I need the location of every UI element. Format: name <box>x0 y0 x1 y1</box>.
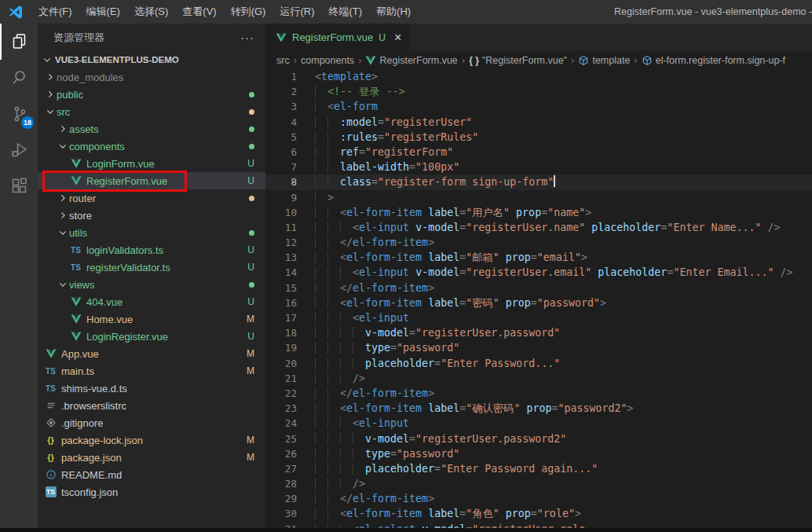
line-number[interactable]: 27 <box>265 461 297 476</box>
code-line-17[interactable]: 17 <el-input <box>265 310 812 325</box>
tree-item-gitignore[interactable]: .gitignore <box>38 414 265 431</box>
code-line-30[interactable]: 30 <el-form-item label="角色" prop="role"> <box>265 506 812 521</box>
line-number[interactable]: 26 <box>265 446 297 461</box>
line-number[interactable]: 28 <box>265 476 297 491</box>
line-number[interactable]: 5 <box>265 130 297 145</box>
tree-item-loginvalidators-ts[interactable]: TSloginValidators.tsU <box>38 241 265 259</box>
code-line-24[interactable]: 24 <el-input <box>265 416 812 431</box>
code-line-11[interactable]: 11 <el-input v-model="registerUser.name"… <box>265 220 812 235</box>
tree-item-loginregister-vue[interactable]: LoginRegister.vueU <box>38 328 265 345</box>
tree-item-store[interactable]: store <box>38 207 265 224</box>
code-line-10[interactable]: 10 <el-form-item label="用户名" prop="name"… <box>265 205 812 220</box>
line-number[interactable]: 7 <box>265 160 297 174</box>
menu-item-[interactable]: 转到(G) <box>224 0 273 24</box>
code-line-25[interactable]: 25 v-model="registerUser.password2" <box>265 431 812 446</box>
tree-item-package-lock-json[interactable]: {}package-lock.jsonM <box>38 431 265 449</box>
line-number[interactable]: 2 <box>265 84 297 99</box>
tree-item-assets[interactable]: assets <box>38 120 265 138</box>
line-number[interactable]: 12 <box>265 235 297 250</box>
workspace-section-header[interactable]: VUE3-ELEMENTPLUS-DEMO <box>38 51 265 68</box>
line-number[interactable]: 23 <box>265 401 297 416</box>
line-number[interactable]: 14 <box>265 265 297 280</box>
menu-item-[interactable]: 查看(V) <box>175 0 223 24</box>
line-number[interactable]: 24 <box>265 416 297 431</box>
tab-registerform-vue[interactable]: RegisterForm.vue U × <box>265 24 410 51</box>
code-line-4[interactable]: 4 :model="registerUser" <box>265 115 812 130</box>
code-line-6[interactable]: 6 ref="registerForm" <box>265 145 812 160</box>
explorer-icon[interactable] <box>0 24 38 60</box>
run-debug-icon[interactable] <box>0 132 38 168</box>
breadcrumb-template[interactable]: template <box>578 55 630 66</box>
tree-item-home-vue[interactable]: Home.vueM <box>38 310 265 328</box>
code-line-13[interactable]: 13 <el-form-item label="邮箱" prop="email"… <box>265 250 812 265</box>
tree-item-shims-vue-d-ts[interactable]: TSshims-vue.d.ts <box>38 380 265 397</box>
tree-item-node-modules[interactable]: node_modules <box>38 68 265 86</box>
menu-item-[interactable]: 终端(T) <box>321 0 369 24</box>
tree-item-router[interactable]: router <box>38 189 265 207</box>
menu-item-[interactable]: 选择(S) <box>127 0 175 24</box>
extensions-icon[interactable] <box>0 168 38 204</box>
code-line-19[interactable]: 19 type="password" <box>265 340 812 355</box>
tree-item-public[interactable]: public <box>38 86 265 103</box>
tree-item-src[interactable]: src <box>38 103 265 120</box>
line-number[interactable]: 13 <box>265 250 297 265</box>
line-number[interactable]: 8 <box>265 174 297 189</box>
tree-item-components[interactable]: components <box>38 138 265 155</box>
code-line-7[interactable]: 7 label-width="100px" <box>265 160 812 174</box>
tree-item-tsconfig-json[interactable]: TStsconfig.json <box>38 483 265 501</box>
line-number[interactable]: 22 <box>265 386 297 401</box>
code-line-29[interactable]: 29 </el-form-item> <box>265 491 812 506</box>
line-number[interactable]: 3 <box>265 99 297 114</box>
line-number[interactable]: 11 <box>265 220 297 235</box>
menu-item-[interactable]: 文件(F) <box>31 0 79 24</box>
line-number[interactable]: 6 <box>265 145 297 160</box>
code-line-28[interactable]: 28 /> <box>265 476 812 491</box>
line-number[interactable]: 25 <box>265 431 297 446</box>
line-number[interactable]: 21 <box>265 371 297 386</box>
breadcrumb-src[interactable]: src <box>276 55 290 66</box>
tree-item-loginform-vue[interactable]: LoginForm.vueU <box>38 155 265 172</box>
close-tab-button[interactable]: × <box>394 31 401 44</box>
breadcrumb-components[interactable]: components <box>301 55 354 66</box>
code-line-2[interactable]: 2 <!-- 登录 --> <box>265 84 812 99</box>
code-line-26[interactable]: 26 type="password" <box>265 446 812 461</box>
line-number[interactable]: 20 <box>265 356 297 371</box>
line-number[interactable]: 16 <box>265 295 297 310</box>
code-line-12[interactable]: 12 </el-form-item> <box>265 235 812 250</box>
code-line-18[interactable]: 18 v-model="registerUser.password" <box>265 325 812 340</box>
breadcrumb-el-form-register-form-sign-up-f[interactable]: el-form.register-form.sign-up-f <box>642 55 785 66</box>
source-control-icon[interactable]: 18 <box>0 96 38 132</box>
line-number[interactable]: 17 <box>265 310 297 325</box>
line-number[interactable]: 18 <box>265 325 297 340</box>
tree-item-app-vue[interactable]: App.vueM <box>38 345 265 362</box>
breadcrumb-registerform-vue[interactable]: RegisterForm.vue <box>365 55 457 66</box>
code-line-23[interactable]: 23 <el-form-item label="确认密码" prop="pass… <box>265 401 812 416</box>
code-line-9[interactable]: 9 > <box>265 190 812 205</box>
code-line-1[interactable]: 1<template> <box>265 69 812 84</box>
tree-item-browserslistrc[interactable]: .browserslistrc <box>38 397 265 414</box>
line-number[interactable]: 9 <box>265 190 297 205</box>
line-number[interactable]: 19 <box>265 340 297 355</box>
code-line-3[interactable]: 3 <el-form <box>265 99 812 114</box>
menu-item-[interactable]: 帮助(H) <box>369 0 418 24</box>
code-line-14[interactable]: 14 <el-input v-model="registerUser.email… <box>265 265 812 280</box>
line-number[interactable]: 4 <box>265 115 297 130</box>
line-number[interactable]: 15 <box>265 281 297 295</box>
line-number[interactable]: 1 <box>265 69 297 84</box>
code-line-27[interactable]: 27 placeholder="Enter Password again..." <box>265 461 812 476</box>
code-line-16[interactable]: 16 <el-form-item label="密码" prop="passwo… <box>265 295 812 310</box>
tree-item-registerform-vue[interactable]: RegisterForm.vueU <box>38 172 265 189</box>
tree-item-utils[interactable]: utils <box>38 224 265 241</box>
code-line-21[interactable]: 21 /> <box>265 371 812 386</box>
code-line-20[interactable]: 20 placeholder="Enter Password..." <box>265 356 812 371</box>
search-icon[interactable] <box>0 60 38 96</box>
code-line-15[interactable]: 15 </el-form-item> <box>265 281 812 295</box>
menu-item-[interactable]: 运行(R) <box>272 0 321 24</box>
menu-item-[interactable]: 编辑(E) <box>79 0 127 24</box>
tree-item-readme-md[interactable]: README.md <box>38 466 265 483</box>
code-line-22[interactable]: 22 </el-form-item> <box>265 386 812 401</box>
tree-item-main-ts[interactable]: TSmain.tsM <box>38 362 265 380</box>
line-number[interactable]: 10 <box>265 205 297 220</box>
more-actions-button[interactable]: ··· <box>240 31 254 44</box>
line-number[interactable]: 30 <box>265 506 297 521</box>
